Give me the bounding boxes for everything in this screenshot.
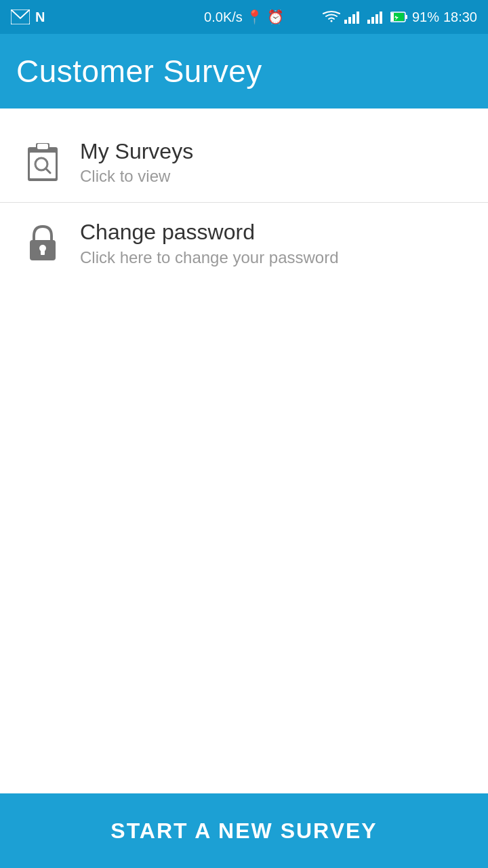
my-surveys-item[interactable]: My Surveys Click to view xyxy=(0,122,488,202)
svg-rect-9 xyxy=(380,12,382,24)
clipboard-search-icon xyxy=(24,142,62,182)
svg-rect-3 xyxy=(348,17,351,24)
my-surveys-icon-container xyxy=(19,138,66,186)
change-password-icon-container xyxy=(19,220,66,267)
location-icon: 📍 xyxy=(246,9,263,24)
change-password-title: Change password xyxy=(80,219,339,245)
signal2-icon xyxy=(367,10,386,24)
notification-icon: N xyxy=(35,9,50,24)
battery-percent: 91% xyxy=(412,9,439,25)
gmail-icon xyxy=(11,9,30,24)
app-title: Customer Survey xyxy=(16,54,262,89)
my-surveys-title: My Surveys xyxy=(80,138,193,164)
status-left-icons: N xyxy=(11,9,50,24)
svg-rect-4 xyxy=(352,14,355,24)
my-surveys-text: My Surveys Click to view xyxy=(80,138,193,186)
svg-rect-7 xyxy=(371,17,374,24)
lock-icon xyxy=(26,224,60,263)
svg-rect-2 xyxy=(344,20,347,24)
my-surveys-subtitle: Click to view xyxy=(80,167,193,186)
change-password-subtitle: Click here to change your password xyxy=(80,248,339,267)
svg-text:N: N xyxy=(35,9,45,24)
svg-rect-13 xyxy=(405,15,407,19)
battery-icon xyxy=(390,11,408,23)
main-content: My Surveys Click to view Change password… xyxy=(0,108,488,297)
status-speed: 0.0K/s 📍 ⏰ xyxy=(204,9,284,25)
wifi-icon xyxy=(323,10,340,24)
svg-rect-5 xyxy=(357,12,359,24)
change-password-text: Change password Click here to change you… xyxy=(80,219,339,267)
change-password-item[interactable]: Change password Click here to change you… xyxy=(0,203,488,283)
svg-rect-16 xyxy=(37,144,48,149)
svg-rect-17 xyxy=(30,153,56,178)
time-display: 18:30 xyxy=(443,9,477,25)
svg-rect-6 xyxy=(367,20,370,24)
app-header: Customer Survey xyxy=(0,34,488,108)
svg-rect-12 xyxy=(391,13,394,21)
svg-rect-23 xyxy=(41,250,45,255)
status-bar: N 0.0K/s 📍 ⏰ xyxy=(0,0,488,34)
svg-rect-8 xyxy=(375,14,378,24)
start-new-survey-button[interactable]: START A NEW SURVEY xyxy=(0,793,488,868)
alarm-icon: ⏰ xyxy=(267,9,284,24)
status-right-icons: 91% 18:30 xyxy=(323,9,477,25)
signal-icon xyxy=(344,10,363,24)
